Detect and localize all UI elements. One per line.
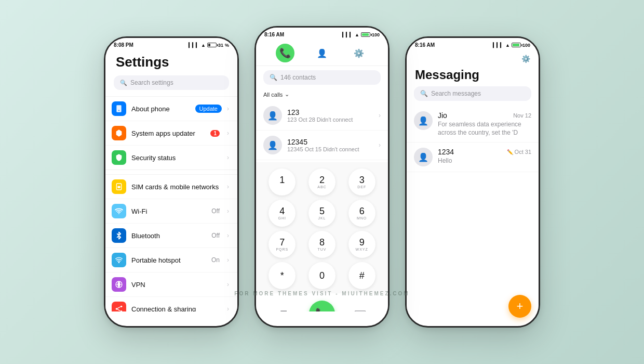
contacts-search-box[interactable]: 🔍 146 contacts: [263, 70, 381, 85]
phone-tab-icon: 📞: [279, 47, 291, 59]
settings-item-connection-sharing[interactable]: Connection & sharing ›: [105, 297, 237, 311]
sim-chevron: ›: [227, 183, 229, 190]
dialpad: 1 2ABC 3DEF 4GHI 5JKL 6MNO 7PQRS 8TUV 9W…: [256, 162, 388, 293]
contacts-tab[interactable]: 👤: [313, 44, 331, 62]
settings-item-wifi[interactable]: Wi-Fi Off ›: [105, 199, 237, 224]
settings-item-security[interactable]: Security status ›: [105, 146, 237, 170]
new-message-fab[interactable]: +: [508, 295, 531, 318]
dial-btn-0[interactable]: 0: [308, 262, 336, 289]
bluetooth-chevron: ›: [227, 232, 229, 239]
signal-battery-left: ▎▎▎ ▲ 31%: [189, 43, 229, 48]
phone-settings-tab[interactable]: ⚙️: [350, 44, 368, 62]
settings-item-system-apps[interactable]: System apps updater 1 ›: [105, 121, 237, 146]
wifi-label: Wi-Fi: [131, 207, 206, 215]
svg-point-4: [118, 213, 119, 214]
dialpad-toggle-icon: ⌨: [354, 309, 366, 312]
messaging-search-placeholder: Search messages: [431, 90, 481, 97]
messaging-screen: 8:16 AM ▎▎▎ ▲ 100 ⚙️ Messaging 🔍: [407, 38, 539, 311]
dial-btn-hash[interactable]: #: [348, 262, 375, 289]
vpn-chevron: ›: [227, 281, 229, 288]
dial-btn-5[interactable]: 5JKL: [308, 200, 336, 227]
dialpad-toggle-btn[interactable]: ⌨: [351, 304, 370, 311]
dial-btn-7[interactable]: 7PQRS: [269, 231, 296, 258]
signal-icon-c: ▎▎▎: [342, 32, 353, 37]
call-detail-1: 123 Oct 28 Didn't connect: [287, 116, 373, 123]
settings-section-1: About phone Update › System apps updater…: [105, 96, 237, 170]
call-name-2: 12345: [287, 138, 373, 146]
calls-filter[interactable]: All calls ⌄: [256, 89, 388, 101]
dial-btn-6[interactable]: 6MNO: [348, 200, 375, 227]
call-info-2: 12345 12345 Oct 15 Didn't connect: [287, 138, 373, 152]
battery-fill-center: [362, 33, 369, 36]
settings-item-vpn[interactable]: VPN ›: [105, 272, 237, 297]
msg-content-1234: 1234 ✏️ Oct 31 Hello: [438, 148, 531, 165]
dial-btn-9[interactable]: 9WXYZ: [348, 231, 375, 258]
phone-app-phone: 8:16 AM ▎▎▎ ▲ 100 📞 👤: [254, 26, 390, 328]
svg-point-5: [118, 262, 120, 263]
msg-avatar-1234: 👤: [414, 148, 433, 166]
connection-icon: [112, 302, 126, 311]
filter-label: All calls: [263, 92, 283, 98]
msg-avatar-jio: 👤: [414, 111, 433, 130]
system-apps-icon: [112, 126, 126, 140]
settings-screen: 8:08 PM ▎▎▎ ▲ 31% Settings 🔍 Search sett…: [105, 38, 237, 311]
phone-tab[interactable]: 📞: [276, 44, 294, 62]
dial-btn-1[interactable]: 1: [269, 168, 296, 196]
call-item-2[interactable]: 👤 12345 12345 Oct 15 Didn't connect ›: [256, 131, 388, 160]
system-apps-chevron: ›: [227, 129, 229, 137]
message-item-1234[interactable]: 👤 1234 ✏️ Oct 31 Hello: [407, 142, 539, 172]
phone-app-header: 📞 👤 ⚙️: [256, 40, 388, 66]
msg-name-jio: Jio: [438, 111, 447, 120]
settings-item-bluetooth[interactable]: Bluetooth Off ›: [105, 224, 237, 248]
messaging-search-box[interactable]: 🔍 Search messages: [414, 86, 531, 101]
security-label: Security status: [131, 154, 222, 162]
fab-plus-icon: +: [517, 300, 524, 313]
avatar-icon-1: 👤: [267, 111, 278, 121]
messaging-settings-icon[interactable]: ⚙️: [521, 54, 530, 63]
avatar-icon-2: 👤: [267, 140, 278, 150]
call-info-1: 123 123 Oct 28 Didn't connect: [287, 108, 373, 123]
dial-btn-3[interactable]: 3DEF: [348, 168, 375, 196]
settings-item-hotspot[interactable]: Portable hotspot On ›: [105, 248, 237, 272]
dialpad-grid: 1 2ABC 3DEF 4GHI 5JKL 6MNO 7PQRS 8TUV 9W…: [264, 168, 380, 289]
dial-btn-4[interactable]: 4GHI: [269, 200, 296, 227]
wifi-icon-left: ▲: [201, 43, 206, 48]
battery-pct-center: 100: [372, 32, 380, 37]
status-bar-left: 8:08 PM ▎▎▎ ▲ 31%: [105, 38, 237, 50]
call-button[interactable]: 📞: [309, 301, 335, 311]
phone-settings-icon: ⚙️: [354, 48, 364, 58]
hotspot-value: On: [211, 256, 220, 264]
wifi-icon-c: ▲: [355, 32, 359, 37]
about-phone-update-badge: Update: [195, 105, 222, 113]
battery-fill-left: [208, 44, 210, 46]
menu-icon-btn[interactable]: ☰: [274, 304, 293, 311]
settings-item-about-phone[interactable]: About phone Update ›: [105, 97, 237, 121]
call-item-1[interactable]: 👤 123 123 Oct 28 Didn't connect ›: [256, 101, 388, 131]
time-center: 8:16 AM: [264, 32, 284, 37]
about-phone-icon: [112, 101, 126, 116]
connection-label: Connection & sharing: [131, 305, 222, 312]
call-chevron-1: ›: [379, 112, 381, 119]
status-bar-right: 8:16 AM ▎▎▎ ▲ 100: [407, 38, 539, 50]
dial-btn-star[interactable]: *: [269, 262, 296, 289]
battery-fill-right: [513, 44, 519, 46]
vpn-icon: [112, 277, 126, 292]
filter-chevron: ⌄: [285, 91, 289, 98]
svg-point-1: [118, 110, 119, 111]
settings-search-placeholder: Search settings: [130, 79, 173, 86]
dial-btn-8[interactable]: 8TUV: [308, 231, 336, 258]
message-item-jio[interactable]: 👤 Jio Nov 12 For seamless data experienc…: [407, 106, 539, 142]
vpn-label: VPN: [131, 281, 222, 289]
hotspot-icon: [112, 253, 126, 267]
time-left: 8:08 PM: [114, 42, 133, 48]
wifi-icon-r: ▲: [505, 43, 510, 48]
settings-search-box[interactable]: 🔍 Search settings: [114, 75, 229, 90]
msg-date-jio: Nov 12: [513, 112, 531, 119]
security-chevron: ›: [227, 154, 229, 161]
battery-icon-center: [361, 32, 370, 37]
watermark: FOR MORE THEMES VISIT - MIUITHEMEZ.COM: [234, 291, 409, 296]
dial-btn-2[interactable]: 2ABC: [308, 168, 336, 196]
hotspot-chevron: ›: [227, 256, 229, 264]
battery-pct-left: 31: [218, 43, 223, 48]
settings-item-sim[interactable]: SIM cards & mobile networks ›: [105, 175, 237, 199]
